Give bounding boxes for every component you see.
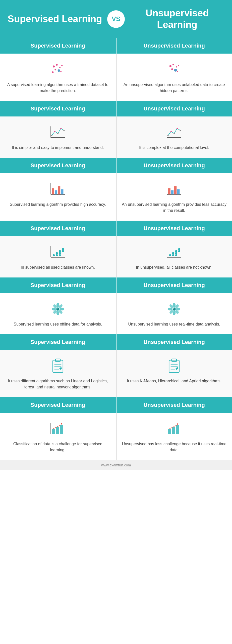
section-2-left-text: Supervised learning algorithm provides h… bbox=[10, 202, 106, 208]
svg-point-49 bbox=[62, 248, 64, 250]
sections-container: Supervised LearningUnsupervised Learning… bbox=[0, 38, 232, 460]
section-2-right-text: An unsupervised learning algorithm provi… bbox=[122, 202, 227, 214]
section-5-right-cell: It uses K-Means, Hierarchical, and Aprio… bbox=[117, 350, 232, 397]
section-3-header-row: Supervised LearningUnsupervised Learning bbox=[0, 221, 232, 236]
section-6-content-row: Classification of data is a challenge fo… bbox=[0, 413, 232, 460]
section-3-left-icon bbox=[48, 243, 68, 261]
section-2-right-icon bbox=[164, 180, 184, 198]
svg-point-28 bbox=[180, 130, 181, 131]
footer: www.examturf.com bbox=[0, 460, 232, 470]
svg-point-65 bbox=[60, 308, 64, 310]
svg-point-53 bbox=[169, 254, 171, 256]
svg-rect-37 bbox=[168, 188, 170, 194]
section-5: Supervised LearningUnsupervised Learning… bbox=[0, 334, 232, 397]
section-2-left-cell: Supervised learning algorithm provides h… bbox=[0, 173, 117, 221]
section-2-left-icon bbox=[48, 180, 68, 198]
section-6: Supervised LearningUnsupervised Learning… bbox=[0, 397, 232, 460]
svg-rect-40 bbox=[177, 189, 180, 194]
svg-rect-99 bbox=[60, 425, 63, 434]
section-3-left-text: In supervised all used classes are known… bbox=[21, 264, 95, 270]
section-4-header-row: Supervised LearningUnsupervised Learning bbox=[0, 277, 232, 293]
section-5-right-text: It uses K-Means, Hierarchical, and Aprio… bbox=[127, 378, 221, 384]
section-5-content-row: It uses different algorithms such as Lin… bbox=[0, 350, 232, 397]
section-5-left-header: Supervised Learning bbox=[0, 334, 117, 350]
section-4-right-text: Unsupervised learning uses real-time dat… bbox=[128, 321, 220, 327]
section-2-content-row: Supervised learning algorithm provides h… bbox=[0, 173, 232, 221]
section-1-right-cell: It is complex at the computational level… bbox=[117, 116, 232, 158]
section-2: Supervised LearningUnsupervised Learning… bbox=[0, 158, 232, 221]
svg-point-25 bbox=[170, 131, 172, 132]
header-left-title: Supervised Learning bbox=[5, 13, 105, 25]
section-2-left-header: Supervised Learning bbox=[0, 158, 117, 173]
svg-point-56 bbox=[175, 250, 177, 252]
section-6-right-icon bbox=[164, 420, 184, 437]
section-1-header-row: Supervised LearningUnsupervised Learning bbox=[0, 101, 232, 116]
section-3-right-cell: In unsupervised, all classes are not kno… bbox=[117, 236, 232, 277]
svg-rect-98 bbox=[56, 427, 59, 434]
svg-point-1 bbox=[56, 64, 58, 66]
svg-point-82 bbox=[173, 308, 174, 309]
section-0-right-icon bbox=[164, 61, 184, 78]
page-header: Supervised Learning VS Unsupervised Lear… bbox=[0, 0, 232, 38]
svg-point-6 bbox=[60, 71, 62, 72]
section-0-left-text: A supervised learning algorithm uses a t… bbox=[5, 82, 111, 94]
section-3-left-cell: In supervised all used classes are known… bbox=[0, 236, 117, 277]
section-4-left-icon bbox=[48, 300, 68, 318]
section-3-content-row: In supervised all used classes are known… bbox=[0, 236, 232, 277]
svg-point-19 bbox=[57, 133, 59, 134]
section-6-left-cell: Classification of data is a challenge fo… bbox=[0, 413, 117, 460]
section-5-left-cell: It uses different algorithms such as Lin… bbox=[0, 350, 117, 397]
svg-point-64 bbox=[52, 308, 56, 310]
svg-point-76 bbox=[176, 308, 180, 310]
svg-point-9 bbox=[172, 64, 174, 65]
section-0-header-row: Supervised LearningUnsupervised Learning bbox=[0, 38, 232, 54]
section-5-right-header: Unsupervised Learning bbox=[117, 334, 232, 350]
svg-rect-34 bbox=[61, 189, 63, 194]
svg-point-60 bbox=[178, 250, 180, 252]
section-6-right-text: Unsupervised has less challenge because … bbox=[122, 441, 227, 453]
header-vs-badge: VS bbox=[107, 10, 125, 28]
section-4: Supervised LearningUnsupervised Learning… bbox=[0, 277, 232, 334]
svg-point-10 bbox=[176, 66, 177, 67]
svg-point-43 bbox=[53, 254, 55, 256]
section-4-right-header: Unsupervised Learning bbox=[117, 277, 232, 293]
section-1-left-cell: It is simpler and easy to implement and … bbox=[0, 116, 117, 158]
section-2-right-header: Unsupervised Learning bbox=[117, 158, 232, 173]
section-3-right-icon bbox=[164, 243, 184, 261]
section-5-header-row: Supervised LearningUnsupervised Learning bbox=[0, 334, 232, 350]
svg-point-62 bbox=[56, 303, 59, 307]
section-2-right-cell: An unsupervised learning algorithm provi… bbox=[117, 173, 232, 221]
section-6-right-header: Unsupervised Learning bbox=[117, 397, 232, 413]
svg-rect-89 bbox=[169, 360, 179, 372]
svg-rect-38 bbox=[171, 190, 174, 194]
section-0-right-cell: An unsupervised algorithm uses unlabeled… bbox=[117, 54, 232, 101]
section-1-right-header: Unsupervised Learning bbox=[117, 101, 232, 116]
section-1-left-header: Supervised Learning bbox=[0, 101, 117, 116]
section-4-left-text: Supervised learning uses offline data fo… bbox=[14, 321, 102, 327]
section-4-right-icon bbox=[164, 300, 184, 318]
section-0-left-icon bbox=[48, 61, 68, 78]
section-1-left-icon bbox=[48, 124, 68, 141]
svg-rect-83 bbox=[53, 360, 63, 372]
section-0: Supervised LearningUnsupervised Learning… bbox=[0, 38, 232, 101]
svg-point-0 bbox=[53, 65, 55, 67]
svg-point-20 bbox=[60, 128, 62, 129]
section-4-left-cell: Supervised learning uses offline data fo… bbox=[0, 293, 117, 334]
svg-point-5 bbox=[61, 65, 63, 66]
section-6-left-header: Supervised Learning bbox=[0, 397, 117, 413]
svg-point-44 bbox=[56, 252, 58, 254]
section-1: Supervised LearningUnsupervised Learning… bbox=[0, 101, 232, 158]
svg-point-18 bbox=[54, 131, 55, 132]
section-4-right-cell: Unsupervised learning uses real-time dat… bbox=[117, 293, 232, 334]
section-5-left-text: It uses different algorithms such as Lin… bbox=[5, 378, 111, 390]
svg-point-11 bbox=[174, 69, 177, 71]
svg-point-59 bbox=[178, 248, 180, 250]
svg-marker-106 bbox=[177, 423, 179, 425]
svg-point-48 bbox=[59, 254, 61, 256]
section-0-right-text: An unsupervised algorithm uses unlabeled… bbox=[122, 82, 227, 94]
svg-point-27 bbox=[177, 128, 178, 129]
svg-point-71 bbox=[56, 308, 57, 309]
section-0-content-row: A supervised learning algorithm uses a t… bbox=[0, 54, 232, 101]
section-0-right-header: Unsupervised Learning bbox=[117, 38, 232, 54]
svg-point-54 bbox=[172, 252, 174, 254]
